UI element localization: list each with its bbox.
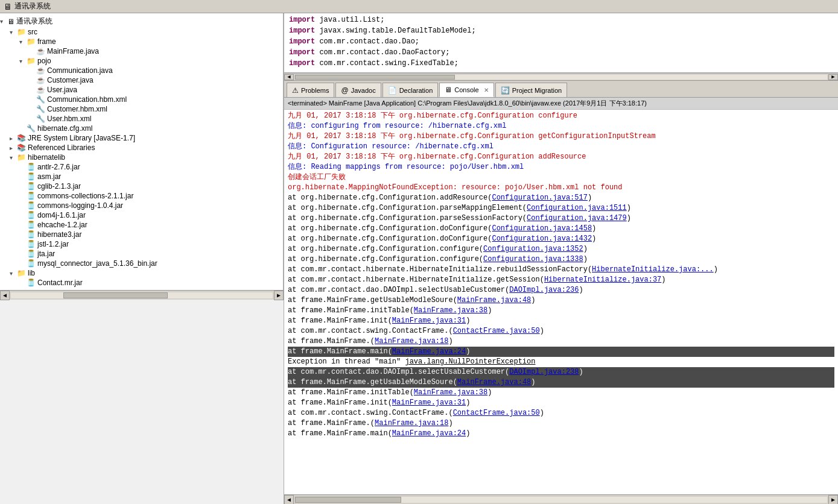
- tree-item-asm[interactable]: 🫙 asm.jar: [0, 172, 283, 181]
- tab-console[interactable]: 🖥Console✕: [439, 83, 494, 97]
- left-hscroll[interactable]: ◀ ▶: [0, 290, 284, 300]
- console-link-31[interactable]: MainFrame.java:24: [392, 429, 466, 438]
- code-hscroll[interactable]: ◀ ▶: [284, 74, 838, 81]
- tab-javadoc[interactable]: @Javadoc: [335, 83, 381, 97]
- tree-arrow: ▾: [10, 29, 17, 36]
- console-link-25[interactable]: DAOImpl.java:238: [509, 368, 579, 376]
- tree-item-frame[interactable]: ▾ 📁 frame: [0, 37, 283, 46]
- console-link-22[interactable]: MainFrame.java:18: [375, 337, 448, 345]
- tree-label: frame: [37, 37, 56, 46]
- tree-item-pojo[interactable]: ▾ 📁 pojo: [0, 56, 283, 66]
- tree-label: Referenced Libraries: [28, 143, 95, 152]
- tab-label-javadoc: Javadoc: [351, 87, 376, 94]
- file-icon: 📚: [17, 134, 26, 142]
- console-link-16[interactable]: HibernateInitialize.java:37: [544, 276, 661, 284]
- console-link-21[interactable]: ContactFrame.java:50: [453, 327, 540, 335]
- tree-item-Communication[interactable]: ☕ Communication.java: [0, 66, 283, 75]
- console-line-22: at frame.MainFrame.(MainFrame.java:18): [288, 336, 834, 347]
- console-link-14[interactable]: Configuration.java:1338: [483, 255, 583, 263]
- content-area: ▾ 🖥 通讯录系统 ▾ 📁 src ▾ 📁 frame ☕ MainFrame.…: [0, 13, 838, 504]
- tree-item-contact[interactable]: 🫙 Contact.mr.jar: [0, 278, 283, 288]
- scroll-thumb: [63, 292, 168, 298]
- tree-item-hibernate3[interactable]: 🫙 hibernate3.jar: [0, 230, 283, 239]
- tab-close-console[interactable]: ✕: [484, 87, 489, 93]
- tree-item-reflibs[interactable]: ▸ 📚 Referenced Libraries: [0, 143, 283, 153]
- console-header: <terminated> MainFrame [Java Application…: [284, 98, 838, 110]
- console-link-29[interactable]: ContactFrame.java:50: [453, 409, 540, 417]
- console-line-5: 信息: Reading mappings from resource: pojo…: [288, 162, 834, 172]
- tree-item-jta[interactable]: 🫙 jta.jar: [0, 249, 283, 259]
- tree-item-UserHbm[interactable]: 🔧 User.hbm.xml: [0, 114, 283, 124]
- tree-item-Customer[interactable]: ☕ Customer.java: [0, 75, 283, 85]
- console-link-26[interactable]: MainFrame.java:48: [457, 378, 531, 386]
- tree-item-jre[interactable]: ▸ 📚 JRE System Library [JavaSE-1.7]: [0, 133, 283, 143]
- console-link-20[interactable]: MainFrame.java:31: [392, 317, 466, 325]
- scroll-track[interactable]: [11, 292, 273, 298]
- tree-item-hibernatelib[interactable]: ▾ 📁 hibernatelib: [0, 153, 283, 162]
- tree-item-cglib[interactable]: 🫙 cglib-2.1.3.jar: [0, 181, 283, 191]
- tree-item-dom4j[interactable]: 🫙 dom4j-1.6.1.jar: [0, 210, 283, 220]
- file-icon: 🫙: [27, 211, 36, 219]
- console-link-17[interactable]: DAOImpl.java:236: [509, 286, 579, 294]
- console-scroll-track[interactable]: [295, 497, 827, 503]
- console-link-11[interactable]: Configuration.java:1458: [492, 224, 592, 233]
- console-scroll-right[interactable]: ▶: [828, 495, 838, 505]
- tab-migration[interactable]: 🔄Project Migration: [495, 83, 568, 97]
- console-hscroll[interactable]: ◀ ▶: [284, 494, 838, 504]
- tree-item-MainFrame[interactable]: ☕ MainFrame.java: [0, 46, 283, 56]
- file-icon: 📁: [17, 28, 26, 36]
- tree-arrow: ▾: [19, 58, 27, 65]
- console-link-28[interactable]: MainFrame.java:31: [392, 398, 466, 407]
- tab-declaration[interactable]: 📄Declaration: [382, 83, 439, 97]
- console-link-23[interactable]: MainFrame.java:24: [392, 347, 466, 356]
- tree-item-CommunicationHbm[interactable]: 🔧 Communication.hbm.xml: [0, 95, 283, 104]
- file-icon: 🫙: [27, 230, 36, 239]
- console-line-12: at org.hibernate.cfg.Configuration.doCon…: [288, 234, 834, 244]
- tree-arrow: ▸: [10, 145, 17, 151]
- console-link-9[interactable]: Configuration.java:1511: [527, 204, 627, 212]
- console-line-23: at frame.MainFrame.main(MainFrame.java:2…: [288, 347, 834, 357]
- tree-item-CustomerHbm[interactable]: 🔧 Customer.hbm.xml: [0, 104, 283, 114]
- tree-item-mysql[interactable]: 🫙 mysql_connector_java_5.1.36_bin.jar: [0, 259, 283, 268]
- console-link-8[interactable]: Configuration.java:517: [492, 194, 587, 202]
- scroll-right-arrow[interactable]: ▶: [274, 291, 284, 300]
- console-link-15[interactable]: HibernateInitialize.java:...: [592, 265, 714, 274]
- tree-item-root[interactable]: ▾ 🖥 通讯录系统: [0, 16, 283, 27]
- tree-item-commons-collections[interactable]: 🫙 commons-collections-2.1.1.jar: [0, 191, 283, 201]
- code-scroll-left[interactable]: ◀: [284, 74, 294, 80]
- tree-label: commons-logging-1.0.4.jar: [37, 201, 123, 210]
- file-icon: 🫙: [27, 172, 36, 181]
- file-icon: 📁: [17, 153, 26, 162]
- code-scroll-thumb: [295, 75, 455, 80]
- code-scroll-track[interactable]: [295, 75, 827, 80]
- console-line-0: 九月 01, 2017 3:18:18 下午 org.hibernate.cfg…: [288, 111, 834, 121]
- console-link-12[interactable]: Configuration.java:1432: [492, 235, 592, 243]
- file-icon: 🫙: [27, 201, 36, 210]
- scroll-left-arrow[interactable]: ◀: [0, 291, 10, 300]
- tree-arrow: ▸: [10, 135, 17, 142]
- console-link-13[interactable]: Configuration.java:1352: [483, 245, 583, 253]
- tree-item-hibernate[interactable]: 🔧 hibernate.cfg.xml: [0, 124, 283, 133]
- tree-item-src[interactable]: ▾ 📁 src: [0, 27, 283, 37]
- tab-problems[interactable]: ⚠Problems: [287, 83, 334, 97]
- console-link-10[interactable]: Configuration.java:1479: [527, 214, 627, 222]
- console-link-30[interactable]: MainFrame.java:18: [375, 419, 448, 427]
- console-link-19[interactable]: MainFrame.java:38: [414, 306, 487, 315]
- tree-label: User.java: [47, 86, 77, 94]
- console-link-27[interactable]: MainFrame.java:38: [414, 388, 487, 397]
- console-line-6: 创建会话工厂失败: [288, 172, 834, 183]
- console-line-19: at frame.MainFrame.initTable(MainFrame.j…: [288, 306, 834, 316]
- tree-item-jstl[interactable]: 🫙 jstl-1.2.jar: [0, 239, 283, 249]
- code-line: import com.mr.contact.dao.DaoFactory;: [289, 47, 833, 58]
- tree-item-commons-logging[interactable]: 🫙 commons-logging-1.0.4.jar: [0, 201, 283, 210]
- tree-label: lib: [28, 269, 35, 277]
- null-pointer-link[interactable]: java.lang.NullPointerException: [405, 358, 535, 366]
- tree-item-antlr[interactable]: 🫙 antlr-2.7.6.jar: [0, 162, 283, 172]
- console-scroll-left[interactable]: ◀: [284, 495, 294, 505]
- tree-item-User[interactable]: ☕ User.java: [0, 85, 283, 95]
- console-link-18[interactable]: MainFrame.java:48: [457, 296, 531, 304]
- code-scroll-right[interactable]: ▶: [828, 74, 838, 80]
- tab-icon-problems: ⚠: [292, 86, 299, 95]
- tree-item-lib[interactable]: ▾ 📁 lib: [0, 268, 283, 278]
- tree-item-ehcache[interactable]: 🫙 ehcache-1.2.jar: [0, 220, 283, 230]
